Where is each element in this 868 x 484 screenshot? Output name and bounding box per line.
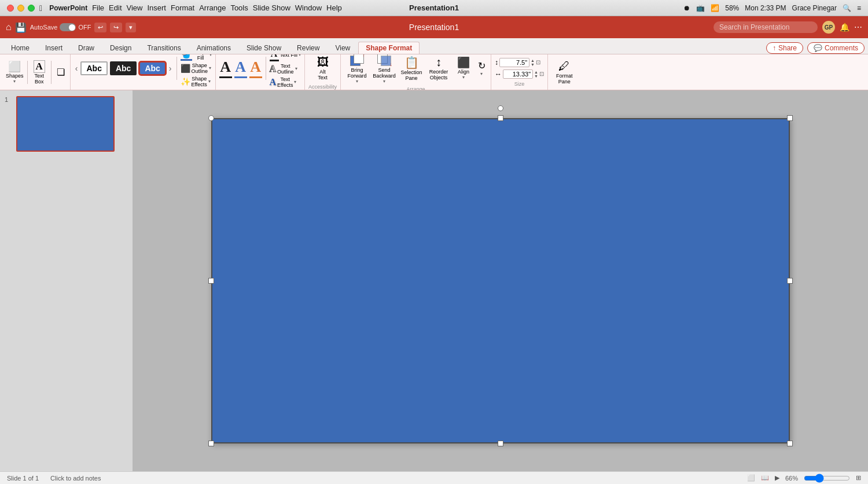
handle-top-right[interactable] xyxy=(787,115,793,121)
text-fill-btn[interactable]: A Text Fill ▾ xyxy=(270,54,301,61)
airplay-icon: 📺 xyxy=(696,4,705,12)
slide-canvas[interactable] xyxy=(211,118,790,443)
comments-button[interactable]: 💬 Comments xyxy=(807,42,865,54)
tab-transitions[interactable]: Transitions xyxy=(139,42,188,54)
tab-home[interactable]: Home xyxy=(3,42,37,54)
align-btn[interactable]: ⬛ Align ▾ xyxy=(453,56,474,80)
share-button[interactable]: ↑ Share xyxy=(766,42,803,54)
prev-style-btn[interactable]: ‹ xyxy=(74,64,79,73)
fit-btn[interactable]: ⊞ xyxy=(856,474,861,482)
tab-slideshow[interactable]: Slide Show xyxy=(239,42,289,54)
height-input[interactable] xyxy=(499,58,529,67)
redo-button[interactable]: ↪ xyxy=(110,23,122,32)
width-up[interactable]: ▲ xyxy=(534,70,538,74)
style-dark-abc[interactable]: Abc xyxy=(110,61,137,75)
menu-view[interactable]: View xyxy=(127,3,143,12)
slide-count: Slide 1 of 1 xyxy=(7,475,39,482)
home-icon[interactable]: ⌂ xyxy=(6,22,12,32)
shape-outline-btn[interactable]: ⬛ ShapeOutline ▾ xyxy=(181,63,212,74)
shape-effects-btn[interactable]: ✨ ShapeEffects ▾ xyxy=(181,76,212,87)
tab-draw[interactable]: Draw xyxy=(71,42,102,54)
arrange-btn[interactable]: ❏ xyxy=(55,65,67,79)
selection-pane-btn[interactable]: 📋 SelectionPane xyxy=(399,56,424,81)
width-down[interactable]: ▼ xyxy=(534,74,538,78)
next-style-btn[interactable]: › xyxy=(168,64,173,73)
tab-animations[interactable]: Animations xyxy=(189,42,238,54)
fullscreen-button[interactable] xyxy=(28,5,35,12)
reorder-objects-btn[interactable]: ↕ ReorderObjects xyxy=(426,56,451,80)
ribbon-tabs: Home Insert Draw Design Transitions Anim… xyxy=(0,38,868,54)
handle-bot-left[interactable] xyxy=(208,441,214,446)
undo-button[interactable]: ↩ xyxy=(94,23,106,32)
handle-top-left[interactable] xyxy=(208,115,214,121)
search-icon[interactable]: 🔍 xyxy=(843,4,851,12)
sep1 xyxy=(27,61,28,84)
tab-design[interactable]: Design xyxy=(102,42,139,54)
menu-file[interactable]: File xyxy=(92,3,104,12)
zoom-slider[interactable] xyxy=(804,474,850,483)
customize-qat[interactable]: ▾ xyxy=(126,23,136,32)
format-pane-btn[interactable]: 🖊 FormatPane xyxy=(551,57,578,87)
menu-window[interactable]: Window xyxy=(295,3,322,12)
group-wordart-styles: A A A A xyxy=(216,54,306,90)
apple-icon[interactable]:  xyxy=(39,3,42,13)
wa-black-btn[interactable]: A xyxy=(219,58,232,78)
send-backward-btn[interactable]: ↓ SendBackward ▾ xyxy=(372,54,397,84)
height-down[interactable]: ▼ xyxy=(531,63,535,67)
shape-fill-btn[interactable]: 🪣 ShapeFill ▾ xyxy=(181,54,212,61)
handle-bot-right[interactable] xyxy=(787,441,793,446)
menu-insert[interactable]: Insert xyxy=(147,3,166,12)
menu-slideshow[interactable]: Slide Show xyxy=(253,3,290,12)
save-icon[interactable]: 💾 xyxy=(15,22,27,33)
system-time: Mon 2:33 PM xyxy=(745,4,786,12)
width-input[interactable] xyxy=(503,69,533,79)
handle-bot-center[interactable] xyxy=(498,441,503,446)
sep2 xyxy=(51,61,52,84)
view-reading-btn[interactable]: 📖 xyxy=(761,474,769,482)
menu-tools[interactable]: Tools xyxy=(230,3,248,12)
tab-insert[interactable]: Insert xyxy=(38,42,70,54)
search-input[interactable] xyxy=(713,21,818,33)
autosave-pill[interactable] xyxy=(60,23,76,31)
style-selected-abc[interactable]: Abc xyxy=(139,61,165,75)
presentation-title: Presentation1 xyxy=(409,23,459,32)
group-size: ↕ ▲ ▼ ⊡ ↔ ▲ ▼ ⊡ Size xyxy=(491,54,548,90)
handle-rotate[interactable] xyxy=(498,105,503,111)
shape-styles-row: ‹ Abc Abc Abc › 🪣 ShapeFill ▾ xyxy=(74,54,212,87)
style-white-abc[interactable]: Abc xyxy=(80,61,107,75)
tab-view[interactable]: View xyxy=(328,42,358,54)
wa-orange-btn[interactable]: A xyxy=(249,58,262,78)
handle-mid-left[interactable] xyxy=(208,278,214,284)
menu-help[interactable]: Help xyxy=(326,3,342,12)
height-up[interactable]: ▲ xyxy=(531,58,535,63)
slide-thumbnail-1[interactable] xyxy=(16,96,115,152)
tab-shape-format[interactable]: Shape Format xyxy=(358,42,420,54)
rotate-btn[interactable]: ↻ ▾ xyxy=(476,60,487,76)
menu-edit[interactable]: Edit xyxy=(109,3,122,12)
height-collapse[interactable]: ⊡ xyxy=(536,59,540,65)
wa-blue-btn[interactable]: A xyxy=(234,58,247,78)
close-button[interactable] xyxy=(7,5,14,12)
width-collapse[interactable]: ⊡ xyxy=(539,71,544,77)
menu-arrange[interactable]: Arrange xyxy=(199,3,226,12)
view-slideshow-btn[interactable]: ▶ xyxy=(775,474,779,482)
notification-icon[interactable]: 🔔 xyxy=(840,23,849,32)
autosave-toggle[interactable]: AutoSave OFF xyxy=(30,23,91,31)
view-normal-btn[interactable]: ⬜ xyxy=(747,474,755,482)
handle-top-center[interactable] xyxy=(498,115,503,121)
alt-text-btn[interactable]: 🖼 AltText xyxy=(314,54,332,82)
tab-review[interactable]: Review xyxy=(289,42,327,54)
handle-mid-right[interactable] xyxy=(787,278,793,284)
minimize-button[interactable] xyxy=(17,5,24,12)
text-outline-btn[interactable]: A TextOutline ▾ xyxy=(270,63,301,75)
shapes-btn[interactable]: ⬜ Shapes ▾ xyxy=(6,60,24,84)
menu-format[interactable]: Format xyxy=(171,3,194,12)
textbox-btn[interactable]: A TextBox xyxy=(31,59,47,86)
avatar: GP xyxy=(822,21,835,34)
bring-forward-btn[interactable]: ↑ BringForward ▾ xyxy=(344,54,370,84)
text-effects-btn[interactable]: A TextEffects ▾ xyxy=(270,76,301,88)
more-options-icon[interactable]: ⋯ xyxy=(854,23,862,32)
canvas-area xyxy=(133,90,868,471)
notes-btn[interactable]: Click to add notes xyxy=(50,475,101,482)
control-center-icon[interactable]: ≡ xyxy=(857,4,861,12)
